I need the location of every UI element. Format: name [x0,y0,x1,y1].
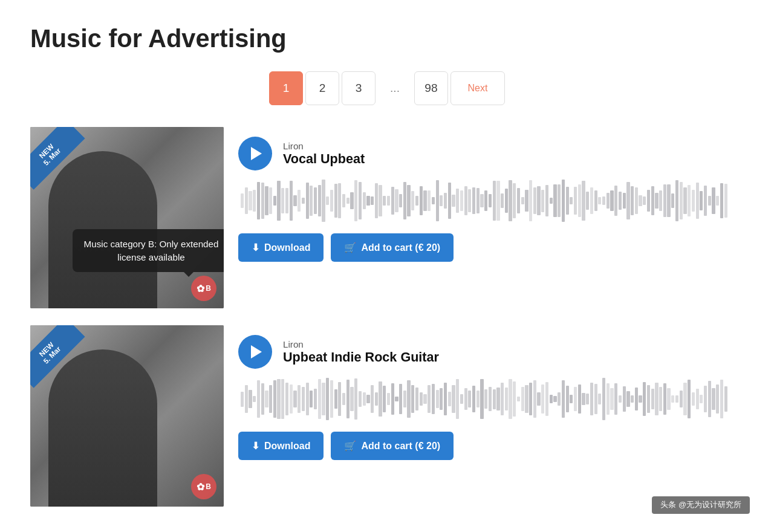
waveform-bar [306,183,309,218]
waveform-bar [626,391,629,407]
track-meta-1: Liron Vocal Upbeat [283,141,365,167]
waveform-bar [298,190,301,212]
waveform-bar [619,395,622,402]
waveform-bar [566,386,569,413]
waveform-bar [635,187,638,215]
waveform-bar [293,391,296,407]
waveform-bar [245,385,248,413]
waveform-bar [290,181,293,221]
waveform-bar [696,183,699,218]
waveform-bar [326,378,329,420]
waveform-bar [440,195,443,206]
page-btn-2[interactable]: 2 [305,71,339,105]
waveform-bar [241,193,244,208]
waveform-bar [415,388,418,410]
waveform-bar [371,385,374,413]
watermark: 头条 @无为设计研究所 [652,496,750,514]
waveform-bar [391,383,394,415]
waveform-bar [399,384,402,414]
waveform-bar [298,385,301,414]
waveform-bar [651,186,654,215]
waveform-1[interactable] [238,177,729,225]
waveform-bar [570,395,573,404]
waveform-bar [366,395,369,403]
download-icon-2: ⬇ [252,440,259,452]
waveform-bar [667,184,670,218]
waveform-bar [322,383,325,415]
waveform-bar [647,190,650,211]
waveform-bar [375,392,378,406]
waveform-bar [395,189,398,212]
track-info-1: Liron Vocal Upbeat ⬇ Download 🛒 Add to c… [224,127,744,308]
category-badge-2[interactable]: ✿B [191,474,216,499]
waveform-bar [379,381,382,416]
waveform-bar [440,388,443,410]
waveform-bar [452,195,455,207]
add-to-cart-button-1[interactable]: 🛒 Add to cart (€ 20) [331,233,454,262]
track-title-2: Upbeat Indie Rock Guitar [283,349,439,365]
waveform-bar [537,392,540,405]
waveform-bar [602,378,605,420]
waveform-bar [277,181,280,220]
waveform-bar [334,184,337,218]
waveform-bar [643,196,646,205]
waveform-bar [501,193,504,208]
waveform-bar [623,193,626,208]
waveform-bar [574,187,577,215]
waveform-bar [562,180,565,222]
play-button-2[interactable] [238,335,272,369]
waveform-bar [480,379,483,418]
download-button-1[interactable]: ⬇ Download [238,233,324,262]
waveform-bar [553,184,556,216]
waveform-2[interactable] [238,375,729,423]
waveform-bar [436,390,439,409]
waveform-bar [521,197,524,204]
waveform-bar [428,385,431,412]
waveform-bar [598,197,601,204]
waveform-bar [533,380,536,417]
waveform-bar [468,391,471,407]
waveform-bar [574,387,577,411]
waveform-bar [277,379,280,420]
waveform-bar [489,194,492,208]
waveform-bar [688,380,691,419]
waveform-bar [614,186,617,215]
new-badge-1: NEW5. Mar [30,127,103,199]
page-btn-98[interactable]: 98 [414,71,448,105]
waveform-bar [403,391,406,407]
page-btn-3[interactable]: 3 [342,71,376,105]
add-to-cart-button-2[interactable]: 🛒 Add to cart (€ 20) [331,432,454,460]
download-button-2[interactable]: ⬇ Download [238,432,324,460]
waveform-bar [489,387,492,412]
waveform-bar [342,194,345,207]
waveform-bar [639,195,642,206]
play-button-1[interactable] [238,137,272,170]
waveform-bar [712,187,715,213]
waveform-bar [318,185,321,216]
waveform-bar [241,392,244,407]
waveform-bar [399,194,402,207]
waveform-bar [550,198,553,204]
waveform-bar [330,380,333,418]
track-thumbnail-1: NEW5. Mar ✿B Music category B: Only exte… [30,127,224,308]
category-badge-1[interactable]: ✿B [191,276,216,301]
waveform-bar [476,188,480,213]
waveform-bar [639,395,642,402]
waveform-bar [468,189,471,212]
waveform-bar [700,191,703,210]
waveform-bar [541,190,544,212]
waveform-bar [249,390,252,409]
waveform-bar [643,382,646,417]
waveform-bar [432,384,435,414]
waveform-bar [700,395,703,404]
waveform-bar [444,193,447,209]
waveform-bar [354,378,357,420]
page-next-button[interactable]: Next [450,71,505,105]
waveform-bar [675,395,678,402]
page-btn-1[interactable]: 1 [269,71,303,105]
waveform-bar [366,196,369,206]
waveform-bar [558,392,561,405]
waveform-bar [671,193,674,209]
waveform-bar [338,382,341,417]
waveform-bar [456,379,459,419]
